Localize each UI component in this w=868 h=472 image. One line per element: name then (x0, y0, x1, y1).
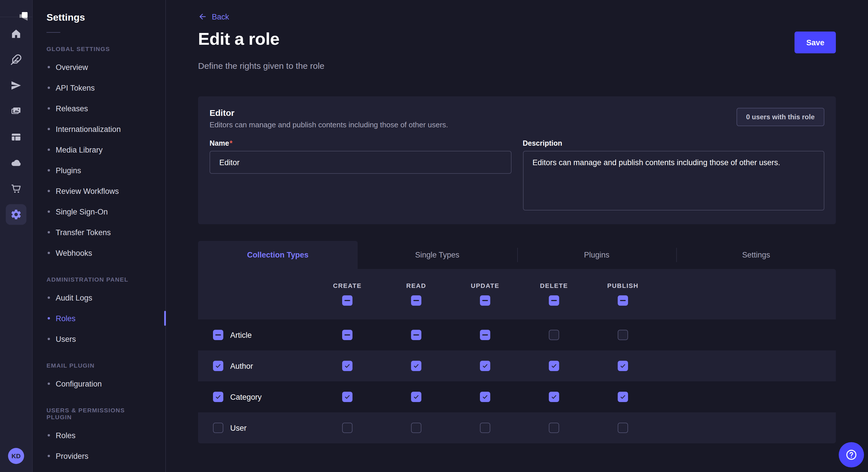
select-all-create-checkbox[interactable] (342, 295, 352, 306)
user-read-checkbox[interactable] (411, 423, 422, 433)
category-create-checkbox[interactable] (342, 392, 352, 402)
help-button[interactable] (839, 442, 864, 467)
bullet-icon (48, 87, 50, 89)
description-label: Description (523, 139, 825, 147)
sidebar-item-plugins[interactable]: Plugins (33, 160, 165, 181)
category-row-checkbox[interactable] (213, 392, 223, 402)
perm-column-delete: DELETE (520, 269, 588, 319)
sidebar-item-configuration[interactable]: Configuration (33, 373, 165, 394)
check-icon (413, 394, 420, 400)
sidebar-item-single-sign-on[interactable]: Single Sign-On (33, 201, 165, 222)
category-delete-checkbox[interactable] (549, 392, 559, 402)
perm-cell (520, 423, 588, 433)
sidebar-item-releases[interactable]: Releases (33, 98, 165, 119)
sidebar-section-global-settings: GLOBAL SETTINGSOverviewAPI TokensRelease… (33, 45, 165, 263)
rail-button-media-library[interactable] (6, 101, 26, 122)
bullet-icon (48, 434, 50, 436)
select-all-publish-checkbox[interactable] (618, 295, 628, 306)
perm-row-name: User (198, 423, 313, 433)
rail-button-gear[interactable] (6, 204, 26, 225)
perm-cell (451, 423, 520, 433)
author-publish-checkbox[interactable] (618, 361, 628, 371)
sidebar-item-api-tokens[interactable]: API Tokens (33, 77, 165, 98)
role-details-card: Editor Editors can manage and publish co… (198, 96, 836, 224)
perm-cell (451, 392, 520, 402)
back-link[interactable]: Back (198, 12, 229, 21)
rail-button-paper-plane[interactable] (6, 75, 26, 96)
user-delete-checkbox[interactable] (549, 423, 559, 433)
perm-column-create: CREATE (313, 269, 382, 319)
article-publish-checkbox[interactable] (618, 330, 628, 340)
select-all-update-checkbox[interactable] (480, 295, 490, 306)
perm-cell (313, 330, 382, 340)
bullet-icon (48, 210, 50, 213)
save-button[interactable]: Save (795, 32, 836, 53)
sidebar-item-internationalization[interactable]: Internationalization (33, 119, 165, 139)
sidebar-item-roles[interactable]: Roles (33, 308, 165, 329)
bullet-icon (48, 252, 50, 254)
bullet-icon (48, 455, 50, 457)
users-with-role-button[interactable]: 0 users with this role (736, 108, 825, 126)
article-read-checkbox[interactable] (411, 330, 422, 340)
rail-button-cloud[interactable] (6, 153, 26, 173)
sidebar-section-label: GLOBAL SETTINGS (33, 45, 165, 52)
bullet-icon (48, 148, 50, 151)
role-description-text: Editors can manage and publish contents … (210, 121, 448, 129)
media-library-icon (10, 105, 22, 117)
tab-single-types[interactable]: Single Types (358, 241, 517, 269)
article-row-checkbox[interactable] (213, 330, 223, 340)
sidebar-item-label: API Tokens (56, 83, 95, 92)
description-input[interactable]: Editors can manage and publish contents … (523, 151, 825, 210)
sidebar-item-media-library[interactable]: Media Library (33, 139, 165, 160)
sidebar-item-webhooks[interactable]: Webhooks (33, 243, 165, 263)
select-all-read-checkbox[interactable] (411, 295, 422, 306)
sidebar-item-users[interactable]: Users (33, 329, 165, 349)
article-create-checkbox[interactable] (342, 330, 352, 340)
author-row-checkbox[interactable] (213, 361, 223, 371)
author-create-checkbox[interactable] (342, 361, 352, 371)
sidebar-section-label: EMAIL PLUGIN (33, 362, 165, 369)
sidebar-item-transfer-tokens[interactable]: Transfer Tokens (33, 222, 165, 243)
user-update-checkbox[interactable] (480, 423, 490, 433)
author-delete-checkbox[interactable] (549, 361, 559, 371)
article-update-checkbox[interactable] (480, 330, 490, 340)
rail-button-layout[interactable] (6, 127, 26, 147)
gear-icon (10, 209, 22, 220)
indeterminate-dash-icon (551, 300, 557, 301)
author-update-checkbox[interactable] (480, 361, 490, 371)
perm-cell (520, 392, 588, 402)
category-update-checkbox[interactable] (480, 392, 490, 402)
question-icon (845, 448, 858, 461)
sidebar-item-audit-logs[interactable]: Audit Logs (33, 287, 165, 308)
author-read-checkbox[interactable] (411, 361, 422, 371)
user-row-checkbox[interactable] (213, 423, 223, 433)
article-delete-checkbox[interactable] (549, 330, 559, 340)
check-icon (344, 394, 351, 400)
rail-button-cart[interactable] (6, 178, 26, 199)
perm-cell (451, 330, 520, 340)
back-label: Back (212, 12, 229, 21)
category-read-checkbox[interactable] (411, 392, 422, 402)
sidebar-item-label: Users (56, 335, 76, 343)
perm-cell (520, 361, 588, 371)
permissions-table: CREATEREADUPDATEDELETEPUBLISH ArticleAut… (198, 269, 836, 443)
sidebar-item-label: Plugins (56, 166, 81, 175)
rail-button-feather[interactable] (6, 49, 26, 70)
sidebar-item-overview[interactable]: Overview (33, 57, 165, 77)
tab-collection-types[interactable]: Collection Types (198, 241, 358, 269)
tab-settings[interactable]: Settings (677, 241, 836, 269)
user-create-checkbox[interactable] (342, 423, 352, 433)
sidebar-item-providers[interactable]: Providers (33, 446, 165, 466)
check-icon (551, 363, 557, 369)
tab-plugins[interactable]: Plugins (517, 241, 677, 269)
tab-label: Single Types (415, 250, 459, 259)
permissions-tabs: Collection TypesSingle TypesPluginsSetti… (198, 241, 836, 269)
sidebar-item-roles[interactable]: Roles (33, 425, 165, 446)
category-publish-checkbox[interactable] (618, 392, 628, 402)
user-publish-checkbox[interactable] (618, 423, 628, 433)
rail-button-home[interactable] (6, 24, 26, 44)
user-avatar[interactable]: KD (8, 448, 24, 464)
sidebar-item-review-workflows[interactable]: Review Workflows (33, 181, 165, 201)
select-all-delete-checkbox[interactable] (549, 295, 559, 306)
name-input[interactable] (210, 151, 511, 174)
